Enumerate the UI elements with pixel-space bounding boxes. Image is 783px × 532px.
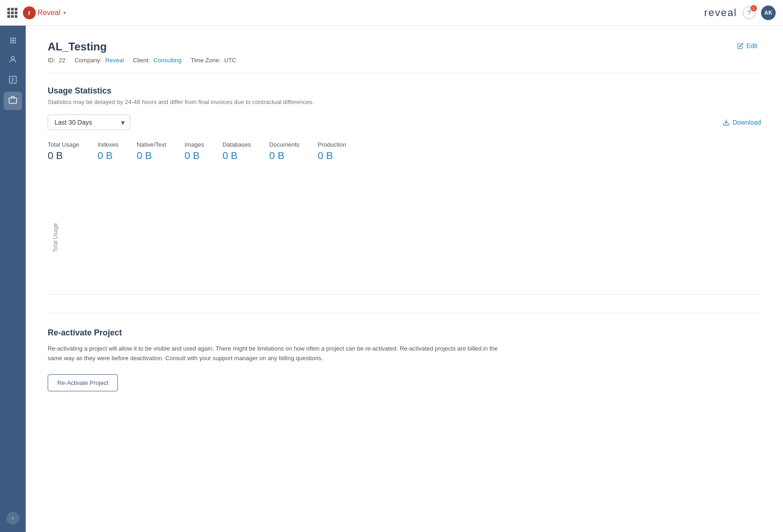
metric-indexes-value: 0 B (98, 150, 119, 162)
download-button[interactable]: Download (722, 119, 761, 126)
section-subtitle: Statistics may be delayed by 24-48 hours… (48, 99, 761, 105)
project-title: AL_Testing (48, 40, 237, 53)
metric-native-label: Native/Text (137, 141, 166, 148)
edit-button[interactable]: Edit (733, 40, 761, 51)
project-info: AL_Testing ID: 22 Company: Reveal Client… (48, 40, 237, 64)
metric-databases-label: Databases (222, 141, 251, 148)
metric-images-value: 0 B (185, 150, 204, 162)
projects-icon (8, 95, 17, 107)
reactivate-section: Re-activate Project Re-activating a proj… (48, 313, 761, 391)
metric-total-value: 0 B (48, 150, 79, 162)
svg-point-0 (11, 56, 15, 60)
grid-menu-icon[interactable] (7, 8, 17, 18)
brand-name: Reveal (38, 9, 61, 17)
main-content: AL_Testing ID: 22 Company: Reveal Client… (26, 26, 783, 532)
usage-metrics: Total Usage 0 B Indexes 0 B Native/Text … (48, 141, 761, 162)
section-title: Usage Statistics (48, 86, 761, 96)
avatar[interactable]: AK (761, 5, 776, 20)
sidebar-item-reports[interactable] (4, 71, 22, 90)
project-header: AL_Testing ID: 22 Company: Reveal Client… (48, 40, 761, 73)
stats-controls: Last 30 Days Last 7 Days Last 90 Days La… (48, 115, 761, 130)
users-icon (8, 55, 17, 66)
sidebar: ⊞ › (0, 26, 26, 532)
top-header: r Reveal ▾ reveal ? 1 AK (0, 0, 783, 26)
brand-icon: r (23, 6, 36, 19)
help-button[interactable]: ? 1 (743, 6, 755, 19)
svg-rect-5 (9, 98, 17, 103)
metric-databases-value: 0 B (222, 150, 251, 162)
metric-production: Production 0 B (318, 141, 346, 162)
date-filter-select[interactable]: Last 30 Days Last 7 Days Last 90 Days La… (48, 115, 130, 130)
metric-documents-label: Documents (269, 141, 299, 148)
metric-databases: Databases 0 B (222, 141, 251, 162)
sidebar-item-dashboard[interactable]: ⊞ (4, 31, 22, 49)
metric-native-value: 0 B (137, 150, 166, 162)
dashboard-icon: ⊞ (10, 35, 17, 45)
date-filter-wrapper: Last 30 Days Last 7 Days Last 90 Days La… (48, 115, 130, 130)
metric-documents: Documents 0 B (269, 141, 299, 162)
chart-y-axis-label: Total Usage (52, 223, 59, 252)
svg-rect-1 (10, 76, 17, 83)
expand-icon: › (12, 515, 14, 521)
brand-logo[interactable]: r Reveal ▾ (23, 6, 66, 19)
project-id-label: ID: 22 (48, 57, 66, 64)
download-icon (722, 119, 730, 126)
metric-native-text: Native/Text 0 B (137, 141, 166, 162)
metric-total-label: Total Usage (48, 141, 79, 148)
metric-total-usage: Total Usage 0 B (48, 141, 79, 162)
metric-indexes-label: Indexes (98, 141, 119, 148)
project-company: Company: Reveal (75, 57, 124, 64)
brand-dropdown-icon[interactable]: ▾ (63, 10, 66, 16)
project-meta: ID: 22 Company: Reveal Client: Consultin… (48, 57, 237, 64)
company-link[interactable]: Reveal (105, 57, 124, 64)
metric-indexes: Indexes 0 B (98, 141, 119, 162)
header-right: reveal ? 1 AK (704, 5, 776, 20)
client-link[interactable]: Consulting (154, 57, 182, 64)
usage-statistics-section: Usage Statistics Statistics may be delay… (48, 86, 761, 295)
metric-production-label: Production (318, 141, 346, 148)
header-left: r Reveal ▾ (7, 6, 66, 19)
reveal-logo-text: reveal (704, 7, 737, 19)
sidebar-expand-button[interactable]: › (6, 512, 19, 525)
project-timezone: Time Zone: UTC (191, 57, 237, 64)
reactivate-description: Re-activating a project will allow it to… (48, 344, 506, 363)
edit-icon (737, 43, 744, 49)
reports-icon (8, 75, 17, 87)
metric-documents-value: 0 B (269, 150, 299, 162)
project-client: Client: Consulting (133, 57, 182, 64)
metric-images-label: Images (185, 141, 204, 148)
metric-images: Images 0 B (185, 141, 204, 162)
sidebar-item-projects[interactable] (4, 92, 22, 110)
notification-badge: 1 (750, 5, 757, 11)
sidebar-item-users[interactable] (4, 51, 22, 70)
metric-production-value: 0 B (318, 150, 346, 162)
chart-area: Total Usage (48, 176, 761, 295)
reactivate-title: Re-activate Project (48, 328, 761, 338)
reactivate-button[interactable]: Re-Activate Project (48, 374, 118, 391)
